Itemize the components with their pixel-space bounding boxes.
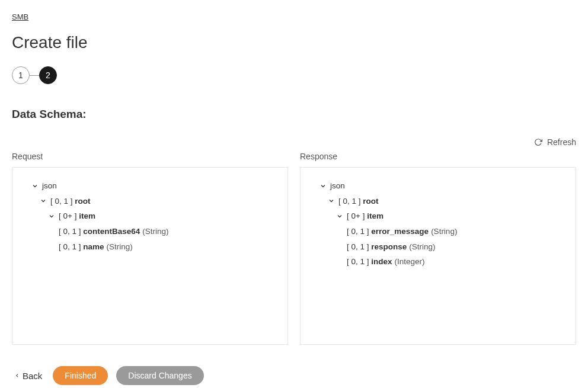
tree-name: name — [83, 239, 104, 255]
tree-node-field[interactable]: [ 0, 1 ] index (Integer) — [308, 254, 568, 270]
refresh-label: Refresh — [547, 137, 576, 147]
tree-cardinality: [ 0, 1 ] — [50, 194, 73, 209]
tree-name: root — [363, 194, 378, 209]
tree-cardinality: [ 0, 1 ] — [347, 254, 369, 270]
tree-node-item[interactable]: [ 0+ ] item — [308, 209, 568, 224]
tree-name: error_message — [371, 224, 429, 239]
tree-name: root — [75, 194, 90, 209]
tree-node-field[interactable]: [ 0, 1 ] response (String) — [308, 239, 568, 255]
refresh-icon — [534, 138, 542, 146]
stepper: 1 2 — [12, 66, 576, 84]
discard-changes-button[interactable]: Discard Changes — [116, 366, 203, 385]
chevron-down-icon — [40, 197, 47, 204]
refresh-button[interactable]: Refresh — [12, 137, 576, 147]
tree-cardinality: [ 0, 1 ] — [338, 194, 361, 209]
tree-name: item — [79, 209, 95, 224]
tree-node-field[interactable]: [ 0, 1 ] name (String) — [20, 239, 280, 255]
tree-cardinality: [ 0, 1 ] — [347, 239, 369, 255]
tree-label: json — [42, 178, 57, 194]
tree-node-root[interactable]: [ 0, 1 ] root — [308, 194, 568, 209]
request-panel: json [ 0, 1 ] root [ 0+ ] item [ — [12, 167, 288, 345]
tree-node-field[interactable]: [ 0, 1 ] error_message (String) — [308, 224, 568, 239]
back-label: Back — [23, 371, 42, 381]
step-connector — [30, 75, 39, 76]
tree-type: (Integer) — [395, 254, 425, 270]
tree-type: (String) — [107, 239, 133, 255]
page-title: Create file — [12, 33, 576, 52]
tree-cardinality: [ 0+ ] — [59, 209, 76, 224]
breadcrumb-smb[interactable]: SMB — [12, 12, 28, 21]
tree-type: (String) — [409, 239, 435, 255]
tree-node-item[interactable]: [ 0+ ] item — [20, 209, 280, 224]
chevron-down-icon — [48, 213, 55, 220]
tree-name: response — [371, 239, 407, 255]
tree-cardinality: [ 0, 1 ] — [59, 224, 81, 239]
tree-name: contentBase64 — [83, 224, 140, 239]
tree-name: item — [367, 209, 384, 224]
request-panel-label: Request — [12, 152, 288, 161]
chevron-down-icon — [336, 213, 343, 220]
tree-cardinality: [ 0+ ] — [347, 209, 365, 224]
chevron-left-icon — [14, 373, 20, 379]
tree-node-field[interactable]: [ 0, 1 ] contentBase64 (String) — [20, 224, 280, 239]
tree-node-json[interactable]: json — [20, 178, 280, 194]
tree-node-json[interactable]: json — [308, 178, 568, 194]
chevron-down-icon — [31, 182, 39, 190]
tree-type: (String) — [142, 224, 168, 239]
step-2[interactable]: 2 — [39, 66, 57, 84]
section-title-data-schema: Data Schema: — [12, 108, 576, 121]
tree-type: (String) — [431, 224, 457, 239]
tree-node-root[interactable]: [ 0, 1 ] root — [20, 194, 280, 209]
chevron-down-icon — [319, 182, 327, 190]
response-panel-label: Response — [300, 152, 576, 161]
tree-label: json — [330, 178, 345, 194]
tree-name: index — [371, 254, 392, 270]
finished-button[interactable]: Finished — [53, 366, 108, 385]
tree-cardinality: [ 0, 1 ] — [347, 224, 369, 239]
chevron-down-icon — [328, 197, 335, 204]
response-panel: json [ 0, 1 ] root [ 0+ ] item [ 0, 1 ] — [300, 167, 576, 345]
tree-cardinality: [ 0, 1 ] — [59, 239, 81, 255]
back-button[interactable]: Back — [12, 367, 44, 384]
step-1[interactable]: 1 — [12, 66, 30, 84]
